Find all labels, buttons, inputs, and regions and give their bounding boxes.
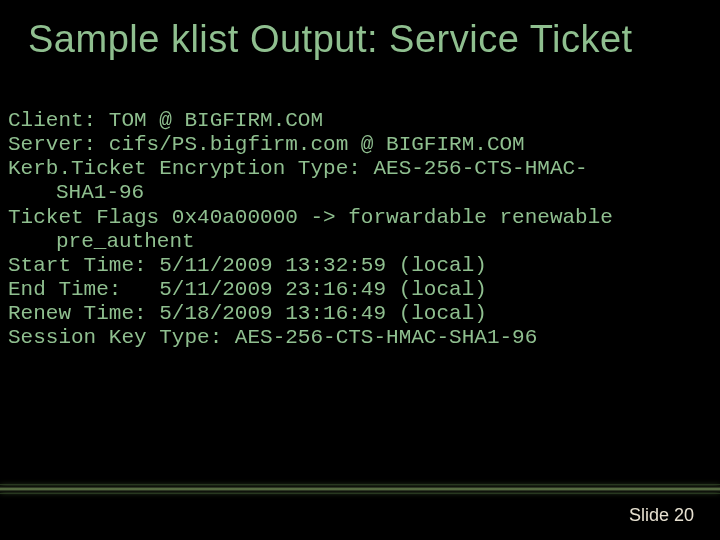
slide-title: Sample klist Output: Service Ticket (0, 0, 720, 61)
line-enc-type: Kerb.Ticket Encryption Type: AES-256-CTS… (8, 157, 588, 180)
klist-output: Client: TOM @ BIGFIRM.COM Server: cifs/P… (0, 61, 720, 350)
line-ticket-flags-cont: pre_authent (8, 230, 702, 254)
line-ticket-flags: Ticket Flags 0x40a00000 -> forwardable r… (8, 206, 613, 229)
slide: Sample klist Output: Service Ticket Clie… (0, 0, 720, 540)
line-renew-time: Renew Time: 5/18/2009 13:16:49 (local) (8, 302, 487, 325)
line-client: Client: TOM @ BIGFIRM.COM (8, 109, 323, 132)
line-session-key: Session Key Type: AES-256-CTS-HMAC-SHA1-… (8, 326, 537, 349)
line-enc-type-cont: SHA1-96 (8, 181, 702, 205)
line-start-time: Start Time: 5/11/2009 13:32:59 (local) (8, 254, 487, 277)
line-end-time: End Time: 5/11/2009 23:16:49 (local) (8, 278, 487, 301)
slide-number: Slide 20 (629, 505, 694, 526)
line-server: Server: cifs/PS.bigfirm.com @ BIGFIRM.CO… (8, 133, 525, 156)
divider (0, 486, 720, 492)
